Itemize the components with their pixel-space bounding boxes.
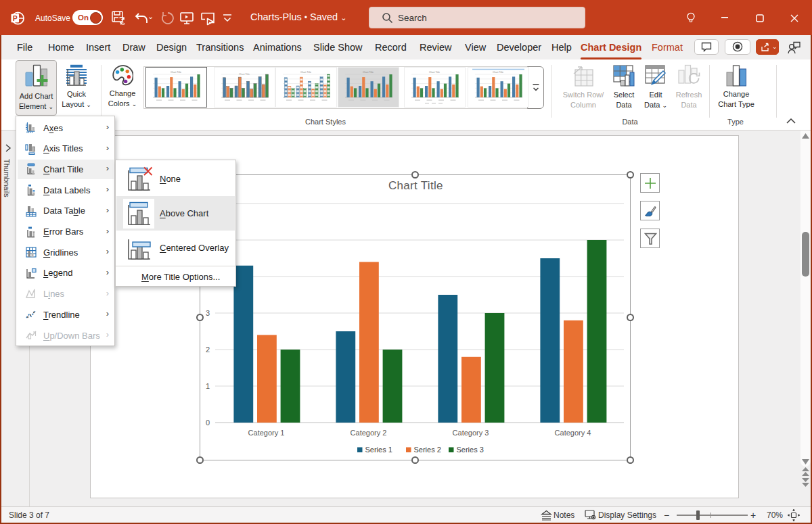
svg-text:Category 3: Category 3 [453,429,489,437]
svg-text:Chart Title: Chart Title [429,71,440,74]
svg-text:Series 2: Series 2 [414,446,441,454]
svg-text:1: 1 [206,382,210,390]
svg-text:Category 2: Category 2 [351,429,387,437]
svg-text:Category 1: Category 1 [248,429,285,437]
svg-text:0: 0 [206,419,210,427]
svg-text:Chart Title: Chart Title [300,71,311,74]
svg-text:Chart Title: Chart Title [493,71,503,74]
svg-text:2: 2 [206,346,210,354]
svg-text:Chart Title: Chart Title [388,179,443,192]
svg-text:Series 3: Series 3 [457,446,484,454]
svg-text:Category 4: Category 4 [555,429,591,437]
svg-text:P: P [13,14,18,22]
svg-text:Chart Title: Chart Title [171,71,181,74]
svg-text:3: 3 [206,309,210,317]
svg-text:Series 1: Series 1 [365,446,392,454]
svg-text:Chart Title: Chart Title [363,71,374,74]
